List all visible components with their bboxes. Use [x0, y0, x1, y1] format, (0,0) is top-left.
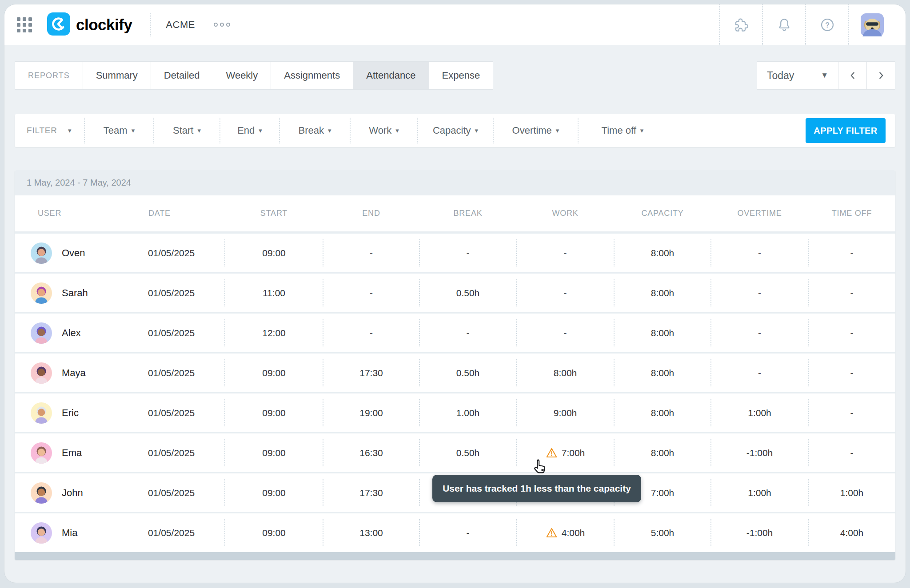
avatar [31, 442, 52, 464]
table-row[interactable]: Maya 01/05/2025 09:00 17:30 0.50h 8:00h … [15, 352, 895, 392]
user-cell: Sarah [15, 274, 128, 312]
date-range-label: Today [767, 70, 794, 82]
overtime-cell: - [711, 234, 808, 272]
break-cell: - [419, 234, 516, 272]
start-cell: 11:00 [225, 274, 323, 312]
capacity-cell: 8:00h [614, 274, 711, 312]
capacity-cell: 8:00h [614, 393, 711, 432]
overtime-cell: - [711, 314, 808, 352]
capacity-tooltip: User has tracked 1h less than the capaci… [432, 475, 641, 502]
start-cell: 09:00 [225, 234, 323, 272]
caret-down-icon: ▾ [328, 127, 331, 135]
avatar [31, 362, 52, 384]
clockify-logo-icon [47, 12, 70, 37]
date-navigation: Today ▼ [757, 61, 895, 90]
start-cell: 09:00 [225, 354, 323, 392]
table-row[interactable]: Sarah 01/05/2025 11:00 - 0.50h - 8:00h -… [15, 272, 895, 312]
column-header-start: START [225, 195, 323, 231]
integrations-button[interactable] [719, 4, 762, 45]
date-cell: 01/05/2025 [128, 433, 225, 472]
warning-icon[interactable] [546, 527, 558, 539]
user-name: John [62, 487, 83, 499]
date-cell: 01/05/2025 [128, 513, 225, 552]
tab-summary[interactable]: Summary [83, 62, 151, 89]
capacity-cell: 8:00h [614, 354, 711, 392]
overtime-cell: 1:00h [711, 393, 808, 432]
date-cell: 01/05/2025 [128, 473, 225, 512]
filter-end[interactable]: End▾ [220, 118, 279, 143]
next-period-button[interactable] [866, 61, 895, 90]
capacity-cell: 5:00h [614, 513, 711, 552]
column-header-break: BREAK [419, 195, 516, 231]
start-cell: 09:00 [225, 513, 323, 552]
filter-start[interactable]: Start▾ [153, 118, 220, 143]
table-row[interactable]: Eric 01/05/2025 09:00 19:00 1.00h 9:00h … [15, 392, 895, 432]
filter-break[interactable]: Break▾ [279, 118, 350, 143]
filter-work[interactable]: Work▾ [350, 118, 417, 143]
column-header-end: END [323, 195, 419, 231]
capacity-cell: 8:00h [614, 314, 711, 352]
user-name: Mia [62, 527, 77, 539]
break-cell: 1.00h [419, 393, 516, 432]
tab-assignments[interactable]: Assignments [271, 62, 353, 89]
help-button[interactable]: ? [805, 4, 848, 45]
timeoff-cell: - [808, 393, 895, 432]
break-cell: - [419, 314, 516, 352]
timeoff-cell: - [808, 234, 895, 272]
chevron-right-icon [875, 70, 887, 81]
filter-dropdown[interactable]: FILTER ▾ [15, 118, 84, 143]
caret-down-icon: ▾ [68, 127, 72, 135]
overtime-cell: -1:00h [711, 433, 808, 472]
topbar-actions: ? [719, 4, 895, 45]
avatar [31, 322, 52, 344]
avatar [31, 482, 52, 504]
notifications-button[interactable] [762, 4, 805, 45]
timeoff-cell: 1:00h [808, 473, 895, 512]
clockify-logo[interactable]: clockify [47, 12, 132, 37]
caret-down-icon: ▾ [259, 127, 262, 135]
caret-down-icon: ▾ [640, 127, 644, 135]
date-cell: 01/05/2025 [128, 274, 225, 312]
avatar [31, 242, 52, 264]
user-cell: Ema [15, 433, 128, 472]
avatar [31, 282, 52, 304]
date-range-dropdown[interactable]: Today ▼ [757, 61, 838, 90]
end-cell: - [323, 274, 419, 312]
filter-timeoff[interactable]: Time off▾ [578, 118, 667, 143]
tab-attendance[interactable]: Attendance [353, 62, 429, 89]
warning-icon[interactable] [546, 447, 558, 459]
profile-button[interactable] [848, 4, 895, 45]
apply-filter-button[interactable]: APPLY FILTER [806, 118, 886, 143]
end-cell: 17:30 [323, 473, 419, 512]
filter-overtime[interactable]: Overtime▾ [493, 118, 578, 143]
horizontal-scrollbar[interactable] [15, 552, 895, 560]
user-name: Eric [62, 407, 79, 419]
date-cell: 01/05/2025 [128, 314, 225, 352]
date-cell: 01/05/2025 [128, 234, 225, 272]
start-cell: 09:00 [225, 473, 323, 512]
date-cell: 01/05/2025 [128, 393, 225, 432]
tab-weekly[interactable]: Weekly [213, 62, 271, 89]
caret-down-icon: ▾ [197, 127, 201, 135]
table-row[interactable]: Mia 01/05/2025 09:00 13:00 - 4:00h 5:00h… [15, 512, 895, 552]
work-cell: - [516, 274, 614, 312]
table-row[interactable]: Ema 01/05/2025 09:00 16:30 0.50h 7:00h 8… [15, 432, 895, 472]
break-cell: - [419, 513, 516, 552]
end-cell: - [323, 314, 419, 352]
table-row[interactable]: Alex 01/05/2025 12:00 - - - 8:00h - - [15, 312, 895, 352]
previous-period-button[interactable] [838, 61, 867, 90]
date-range-header: 1 May, 2024 - 7 May, 2024 [15, 170, 895, 195]
filter-capacity[interactable]: Capacity▾ [417, 118, 493, 143]
workspace-name[interactable]: ACME [166, 19, 195, 31]
column-header-timeoff: TIME OFF [808, 195, 895, 231]
workspace-menu-icon[interactable] [214, 23, 230, 27]
app-grid-icon[interactable] [17, 17, 32, 32]
user-name: Oven [62, 247, 85, 259]
user-cell: Eric [15, 393, 128, 432]
tab-expense[interactable]: Expense [429, 62, 493, 89]
break-cell: 0.50h [419, 433, 516, 472]
break-cell: 0.50h [419, 354, 516, 392]
tab-detailed[interactable]: Detailed [151, 62, 213, 89]
table-row[interactable]: Oven 01/05/2025 09:00 - - - 8:00h - - [15, 232, 895, 272]
filter-team[interactable]: Team▾ [84, 118, 153, 143]
